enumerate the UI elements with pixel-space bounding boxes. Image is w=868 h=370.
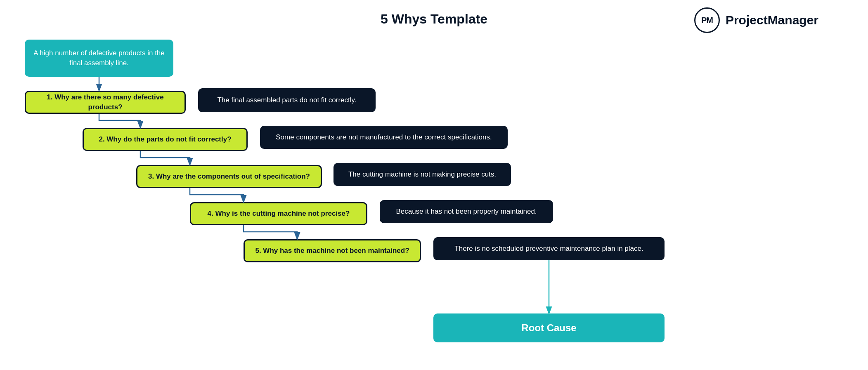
why2-answer: Some components are not manufactured to …	[260, 126, 508, 149]
why1-answer: The final assembled parts do not fit cor…	[198, 88, 376, 112]
why4-question: 4. Why is the cutting machine not precis…	[190, 202, 367, 225]
why4-answer: Because it has not been properly maintai…	[380, 200, 553, 223]
why3-answer: The cutting machine is not making precis…	[333, 163, 511, 186]
brand: PM ProjectManager	[694, 7, 818, 33]
problem-box: A high number of defective products in t…	[25, 40, 173, 77]
why3-question: 3. Why are the components out of specifi…	[136, 165, 322, 188]
why5-question: 5. Why has the machine not been maintain…	[244, 239, 421, 262]
brand-name: ProjectManager	[726, 13, 818, 27]
root-cause-box: Root Cause	[433, 313, 665, 342]
why2-question: 2. Why do the parts do not fit correctly…	[83, 128, 248, 151]
brand-logo: PM	[694, 7, 720, 33]
why5-answer: There is no scheduled preventive mainten…	[433, 237, 665, 260]
why1-question: 1. Why are there so many defective produ…	[25, 91, 186, 114]
